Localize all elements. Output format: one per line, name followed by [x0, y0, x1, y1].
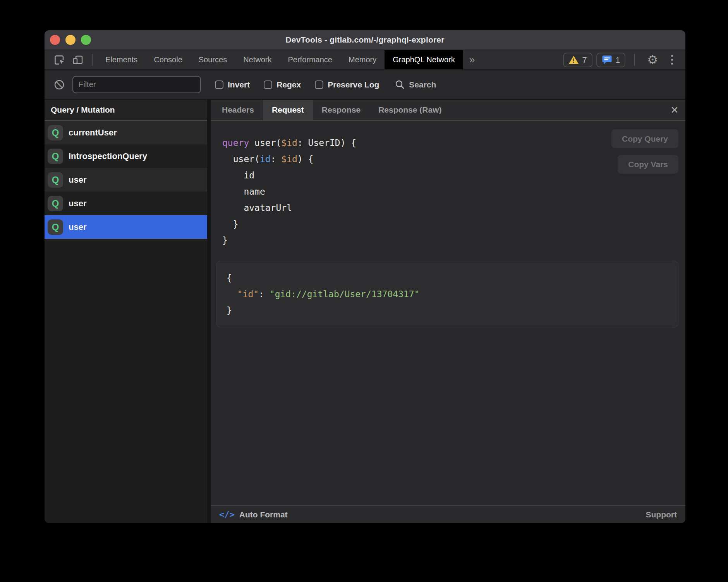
issues-badge[interactable]: 1	[596, 53, 626, 67]
panel-tab[interactable]: Network	[235, 50, 280, 69]
warnings-badge[interactable]: 7	[563, 53, 592, 67]
query-name: user	[69, 222, 86, 232]
zoom-window-button[interactable]	[81, 35, 91, 45]
toolbar-divider	[92, 54, 93, 66]
search-button[interactable]: Search	[395, 79, 436, 90]
close-detail-button[interactable]: ✕	[664, 100, 685, 120]
panel-tab[interactable]: Performance	[280, 50, 341, 69]
detail-footer: </> Auto Format Support	[211, 505, 685, 523]
search-label: Search	[409, 80, 436, 89]
device-toolbar-button[interactable]	[69, 50, 87, 69]
clear-requests-button[interactable]	[52, 79, 67, 90]
filter-checkbox[interactable]: Invert	[215, 80, 250, 89]
auto-format-label: Auto Format	[239, 510, 288, 519]
warnings-count: 7	[582, 55, 587, 65]
checkbox-box	[315, 80, 323, 89]
code-brackets-icon: </>	[219, 510, 235, 519]
panel-tab[interactable]: Console	[146, 50, 190, 69]
query-list-item[interactable]: Q currentUser	[45, 121, 207, 144]
panel-tab[interactable]: Sources	[191, 50, 235, 69]
traffic-lights	[50, 30, 91, 50]
query-name: user	[69, 199, 86, 209]
query-type-badge: Q	[48, 149, 63, 164]
kebab-dot	[671, 55, 673, 57]
minimize-window-button[interactable]	[65, 35, 76, 45]
copy-query-button[interactable]: Copy Query	[611, 129, 678, 148]
query-type-badge: Q	[48, 172, 63, 188]
detail-tab-label: Request	[272, 105, 304, 115]
panel-tab-label: Console	[154, 55, 182, 64]
query-name: IntrospectionQuery	[69, 151, 147, 161]
panel-tab-label: Performance	[288, 55, 333, 64]
inspect-cursor-icon	[53, 54, 65, 66]
query-list-item[interactable]: Q user	[45, 215, 207, 239]
checkbox-box	[215, 80, 223, 89]
request-detail-panel: Headers Request Response Response (Raw) …	[211, 100, 685, 523]
detail-tab[interactable]: Response (Raw)	[369, 100, 450, 120]
toolbar-divider	[634, 54, 635, 66]
query-name: user	[69, 175, 86, 185]
filter-input[interactable]	[72, 76, 201, 93]
checkbox-label: Preserve Log	[328, 80, 379, 89]
more-panels-button[interactable]: »	[463, 50, 481, 69]
panel-tab-label: Sources	[199, 55, 227, 64]
devtools-window: DevTools - gitlab.com/-/graphql-explorer	[45, 30, 685, 523]
toolbar-right: 7 1 ⚙	[563, 50, 685, 69]
panel-tab-label: Memory	[349, 55, 376, 64]
detail-tab[interactable]: Headers	[213, 100, 263, 120]
query-sidebar: Query / Mutation Q currentUser Q Introsp…	[45, 100, 211, 523]
query-name: currentUser	[69, 128, 117, 138]
query-list-item[interactable]: Q user	[45, 192, 207, 215]
checkbox-label: Invert	[228, 80, 250, 89]
warning-triangle-icon	[568, 55, 579, 64]
panel-tab-label: GraphQL Network	[393, 55, 455, 64]
detail-tab-label: Headers	[222, 105, 254, 115]
sidebar-header: Query / Mutation	[45, 100, 207, 121]
message-bubble-icon	[602, 55, 612, 65]
search-icon	[395, 79, 405, 90]
checkbox-label: Regex	[276, 80, 301, 89]
query-list: Q currentUser Q IntrospectionQuery Q use…	[45, 121, 207, 239]
filter-checkbox[interactable]: Preserve Log	[315, 80, 379, 89]
query-variables-code: { "id": "gid://gitlab/User/13704317"}	[227, 270, 668, 318]
customize-menu-button[interactable]	[666, 55, 678, 65]
gear-icon: ⚙	[647, 53, 658, 67]
request-tab-content: Copy Query Copy Vars query user($id: Use…	[211, 121, 685, 505]
detail-tabs: Headers Request Response Response (Raw) …	[211, 100, 685, 121]
window-title: DevTools - gitlab.com/-/graphql-explorer	[285, 35, 444, 45]
checkbox-box	[264, 80, 272, 89]
panel-tab[interactable]: Elements	[97, 50, 146, 69]
panel-tabs: Elements Console Sources Network Perform…	[97, 50, 463, 69]
query-type-badge: Q	[48, 125, 63, 140]
filter-checkboxes: Invert Regex Preserve Log	[201, 80, 379, 89]
support-link[interactable]: Support	[646, 510, 677, 519]
inspect-element-button[interactable]	[50, 50, 69, 69]
panel-tab[interactable]: Memory	[340, 50, 385, 69]
filter-toolbar: Invert Regex Preserve Log Search	[45, 70, 685, 100]
query-type-badge: Q	[48, 196, 63, 211]
block-circle-icon	[54, 79, 65, 90]
panel-tab-label: Network	[243, 55, 271, 64]
detail-tab[interactable]: Response	[313, 100, 369, 120]
copy-buttons: Copy Query Copy Vars	[611, 129, 678, 174]
detail-tab[interactable]: Request	[263, 100, 313, 120]
panel-tab-label: Elements	[105, 55, 137, 64]
detail-tab-strip: Headers Request Response Response (Raw)	[213, 100, 451, 120]
double-chevron-icon: »	[469, 54, 475, 66]
copy-vars-button[interactable]: Copy Vars	[618, 155, 678, 174]
query-list-item[interactable]: Q user	[45, 168, 207, 192]
kebab-dot	[671, 59, 673, 61]
close-window-button[interactable]	[50, 35, 60, 45]
kebab-dot	[671, 63, 673, 65]
filter-checkbox[interactable]: Regex	[264, 80, 301, 89]
detail-tab-label: Response	[322, 105, 361, 115]
query-list-item[interactable]: Q IntrospectionQuery	[45, 144, 207, 168]
detail-tab-label: Response (Raw)	[378, 105, 441, 115]
main-toolbar: Elements Console Sources Network Perform…	[45, 50, 685, 70]
settings-button[interactable]: ⚙	[643, 54, 662, 66]
query-type-badge: Q	[48, 219, 63, 235]
panel-tab[interactable]: GraphQL Network	[385, 50, 463, 69]
device-toolbar-icon	[72, 54, 84, 66]
titlebar: DevTools - gitlab.com/-/graphql-explorer	[45, 30, 685, 50]
auto-format-button[interactable]: </> Auto Format	[219, 510, 288, 519]
